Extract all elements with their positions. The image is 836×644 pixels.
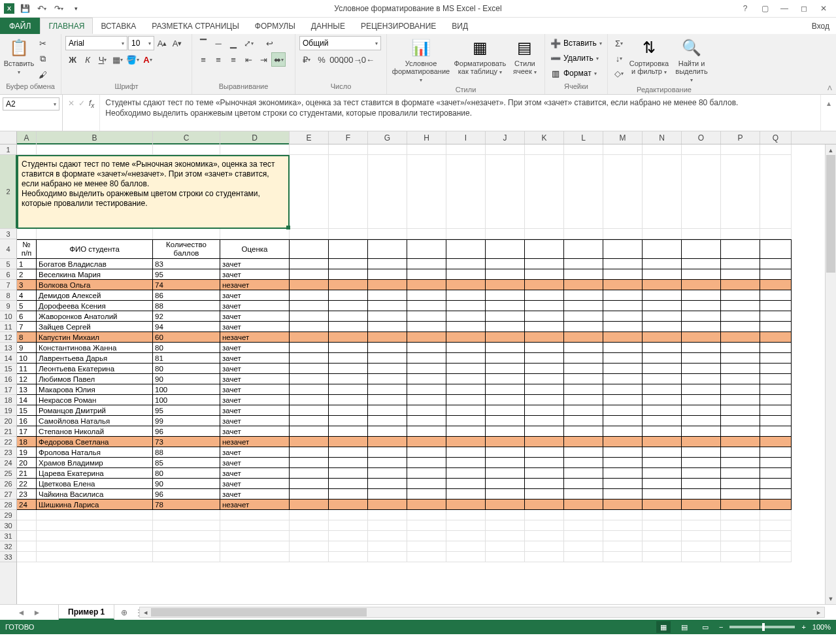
table-row[interactable]: 1Богатов Владислав83зачет xyxy=(17,259,825,269)
delete-cells-button[interactable]: ➖Удалить ▾ xyxy=(549,51,603,65)
table-row[interactable]: 18Федорова Светлана73незачет xyxy=(17,437,825,447)
column-header[interactable]: D xyxy=(220,131,290,144)
column-header[interactable]: G xyxy=(368,131,407,144)
table-row[interactable]: 17Степанов Николай96зачет xyxy=(17,426,825,437)
align-right-icon[interactable]: ≡ xyxy=(226,52,241,67)
cut-button[interactable]: ✂ xyxy=(35,36,50,50)
increase-font-icon[interactable]: A▴ xyxy=(155,36,169,50)
orientation-icon[interactable]: ⤢▾ xyxy=(241,36,256,50)
decrease-decimal-icon[interactable]: ,0← xyxy=(359,52,374,67)
column-header[interactable]: J xyxy=(486,131,525,144)
table-row[interactable]: 11Леонтьева Екатерина80зачет xyxy=(17,364,825,374)
signin-link[interactable]: Вход xyxy=(812,18,836,34)
insert-cells-button[interactable]: ➕Вставить ▾ xyxy=(549,36,603,50)
normal-view-icon[interactable]: ▦ xyxy=(656,621,671,633)
table-row[interactable]: 6Жаворонков Анатолий92зачет xyxy=(17,311,825,322)
align-top-icon[interactable]: ▔ xyxy=(196,36,210,50)
column-header[interactable]: K xyxy=(525,131,564,144)
decrease-indent-icon[interactable]: ⇤ xyxy=(241,52,256,67)
collapse-ribbon-icon[interactable]: ᐱ xyxy=(828,84,832,92)
zoom-in-icon[interactable]: + xyxy=(801,623,805,631)
sort-filter-button[interactable]: ⇅ Сортировка и фильтр ▾ xyxy=(627,36,671,78)
table-row[interactable]: 7Зайцев Сергей94зачет xyxy=(17,322,825,332)
horizontal-scrollbar[interactable] xyxy=(139,607,825,618)
tab-data[interactable]: ДАННЫЕ xyxy=(303,18,353,34)
help-icon[interactable]: ? xyxy=(739,3,751,14)
column-header[interactable]: P xyxy=(721,131,760,144)
table-row[interactable]: 15Романцов Дмитрий95зачет xyxy=(17,405,825,416)
select-all-corner[interactable] xyxy=(0,131,17,144)
table-row[interactable]: 24Шишкина Лариса78незачет xyxy=(17,500,825,510)
table-row[interactable]: 12Любимов Павел90зачет xyxy=(17,374,825,384)
border-button[interactable]: ▦▾ xyxy=(110,52,125,67)
column-header[interactable]: C xyxy=(153,131,220,144)
column-header[interactable]: I xyxy=(446,131,486,144)
table-row[interactable]: 14Некрасов Роман100зачет xyxy=(17,395,825,405)
zoom-out-icon[interactable]: − xyxy=(719,623,723,631)
undo-button[interactable]: ↶▾ xyxy=(35,2,48,15)
percent-icon[interactable]: % xyxy=(314,52,329,67)
vertical-scrollbar[interactable]: ▲ ▼ xyxy=(825,144,836,604)
redo-button[interactable]: ↷▾ xyxy=(52,2,65,15)
table-row[interactable]: 8Капустин Михаил60незачет xyxy=(17,332,825,343)
table-row[interactable]: 21Царева Екатерина80зачет xyxy=(17,468,825,479)
sheet-nav-prev-icon[interactable]: ◄ xyxy=(18,608,25,617)
page-break-view-icon[interactable]: ▭ xyxy=(698,621,712,633)
scroll-up-icon[interactable]: ▲ xyxy=(826,144,836,156)
column-header[interactable]: F xyxy=(329,131,368,144)
font-color-button[interactable]: A▾ xyxy=(141,52,155,67)
table-row[interactable]: 23Чайкина Василиса96зачет xyxy=(17,489,825,500)
table-row[interactable]: 5Дорофеева Ксения88зачет xyxy=(17,301,825,311)
accounting-icon[interactable]: ₽▾ xyxy=(299,52,314,67)
qat-customize-icon[interactable]: ▾ xyxy=(69,2,82,15)
tab-review[interactable]: РЕЦЕНЗИРОВАНИЕ xyxy=(353,18,444,34)
underline-button[interactable]: Ч▾ xyxy=(95,52,110,67)
maximize-icon[interactable]: ◻ xyxy=(798,3,810,14)
number-format-combo[interactable]: Общий▾ xyxy=(299,36,381,50)
table-header-cell[interactable]: ФИО студента xyxy=(37,239,153,259)
table-row[interactable]: 2Веселкина Мария95зачет xyxy=(17,269,825,280)
sheet-tab[interactable]: Пример 1 xyxy=(59,605,114,620)
cells-area[interactable]: Студенты сдают тест по теме «Рыночная эк… xyxy=(17,144,825,604)
scroll-down-icon[interactable]: ▼ xyxy=(826,593,836,604)
table-row[interactable]: 9Константинова Жанна80зачет xyxy=(17,343,825,353)
table-header-cell[interactable]: Количество баллов xyxy=(153,239,220,259)
format-painter-button[interactable]: 🖌 xyxy=(35,67,50,82)
wrap-text-icon[interactable]: ↩ xyxy=(262,36,276,50)
ribbon-options-icon[interactable]: ▢ xyxy=(759,3,771,14)
zoom-slider[interactable] xyxy=(729,626,795,628)
find-select-button[interactable]: 🔍 Найти и выделить ▾ xyxy=(672,36,711,86)
copy-button[interactable]: ⧉ xyxy=(35,52,50,66)
save-button[interactable]: 💾 xyxy=(18,2,31,15)
tab-page-layout[interactable]: РАЗМЕТКА СТРАНИЦЫ xyxy=(144,18,247,34)
tab-home[interactable]: ГЛАВНАЯ xyxy=(40,18,93,34)
row-headers[interactable]: 1234567891011121314151617181920212223242… xyxy=(0,144,17,604)
column-header[interactable]: E xyxy=(290,131,329,144)
table-row[interactable]: 13Макарова Юлия100зачет xyxy=(17,384,825,395)
cell-styles-button[interactable]: ▤ Стили ячеек ▾ xyxy=(509,36,541,78)
decrease-font-icon[interactable]: A▾ xyxy=(170,36,184,50)
clear-icon[interactable]: ◇▾ xyxy=(612,66,626,80)
paste-button[interactable]: 📋 Вставить▾ xyxy=(4,36,34,78)
column-header[interactable]: M xyxy=(603,131,643,144)
table-row[interactable]: 19Фролова Наталья88зачет xyxy=(17,447,825,458)
column-header[interactable]: A xyxy=(17,131,37,144)
column-header[interactable]: O xyxy=(682,131,721,144)
name-box[interactable]: A2▾ xyxy=(3,97,59,110)
table-header-cell[interactable]: № п/п xyxy=(17,239,37,259)
bold-button[interactable]: Ж xyxy=(65,52,80,67)
align-center-icon[interactable]: ≡ xyxy=(211,52,226,67)
table-row[interactable]: 3Волкова Ольга74незачет xyxy=(17,280,825,290)
scroll-thumb[interactable] xyxy=(151,608,367,617)
italic-button[interactable]: К xyxy=(80,52,95,67)
column-header[interactable]: Q xyxy=(760,131,792,144)
tab-split-handle[interactable]: ⋮ xyxy=(134,607,139,618)
insert-function-icon[interactable]: fx xyxy=(89,99,94,109)
zoom-level[interactable]: 100% xyxy=(812,623,831,631)
merge-center-icon[interactable]: ⬌▾ xyxy=(271,52,286,67)
align-middle-icon[interactable]: ─ xyxy=(211,36,226,50)
table-row[interactable]: 22Цветкова Елена90зачет xyxy=(17,479,825,489)
tab-view[interactable]: ВИД xyxy=(444,18,476,34)
expand-formula-bar-icon[interactable]: ▴ xyxy=(820,95,836,131)
scroll-thumb[interactable] xyxy=(826,155,835,273)
